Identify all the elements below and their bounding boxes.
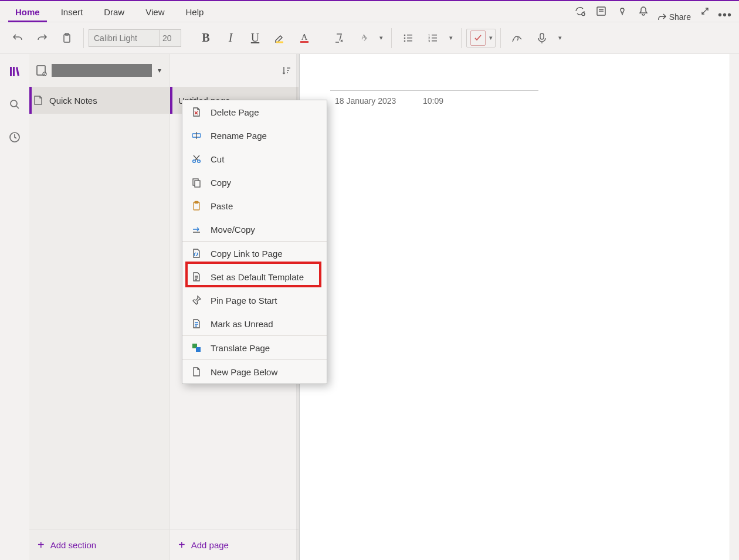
svg-rect-10 [407,35,412,36]
svg-rect-32 [196,347,201,352]
fullscreen-icon[interactable] [694,1,716,22]
svg-rect-17 [432,38,437,39]
svg-point-25 [193,160,196,163]
bullet-list-button[interactable] [396,26,420,50]
font-color-button[interactable]: A [293,26,316,50]
delete-page-icon [191,106,202,118]
font-picker[interactable] [89,29,181,47]
cm-set-default-template[interactable]: Set as Default Template [182,265,327,289]
clipboard-button[interactable] [55,26,79,50]
app-body: ▾ Quick Notes + Add section Untitled pag… [0,54,739,560]
cm-delete-page[interactable]: Delete Page [182,100,327,124]
chevron-down-icon: ▾ [155,66,164,74]
search-button[interactable] [4,94,25,115]
cm-paste[interactable]: Paste [182,194,327,218]
toolbar-separator [461,28,462,48]
font-name-input[interactable] [89,30,160,46]
cm-label: New Page Below [211,367,277,377]
undo-button[interactable] [6,26,29,50]
feed-icon[interactable] [591,1,612,22]
cm-label: Set as Default Template [211,272,304,282]
rename-icon [191,130,202,141]
cm-label: Paste [211,201,233,211]
add-page-button[interactable]: + Add page [170,530,299,560]
numbered-list-button[interactable]: 123 [421,26,445,50]
bold-button[interactable]: B [194,26,218,50]
todo-tag-button[interactable]: ▾ [466,29,496,47]
cm-copy-link[interactable]: Copy Link to Page [182,242,327,265]
format-painter-button[interactable]: A [351,26,375,50]
svg-rect-12 [407,40,412,42]
svg-point-26 [198,160,201,163]
font-group-expand[interactable]: ▾ [376,34,387,42]
page-date: 18 January 2023 [335,96,396,106]
ribbon-tabs: Home Insert Draw View Help Share ••• [0,1,739,22]
cm-mark-unread[interactable]: Mark as Unread [182,312,327,335]
ink-to-text-button[interactable] [506,26,529,50]
toolbar-separator [83,28,84,48]
share-icon [657,12,667,22]
notebooks-button[interactable] [4,61,25,82]
svg-rect-2 [64,35,70,42]
cm-copy[interactable]: Copy [182,171,327,194]
ribbon-tab-view[interactable]: View [135,4,175,22]
cm-cut[interactable]: Cut [182,147,327,171]
vertical-scrollbar[interactable] [730,54,739,560]
svg-point-7 [404,34,406,36]
pages-header [170,54,299,87]
cm-label: Rename Page [211,131,267,141]
cm-new-page-below[interactable]: New Page Below [182,360,327,383]
voice-group-expand[interactable]: ▾ [555,34,565,42]
notifications-icon[interactable] [633,1,654,22]
svg-point-9 [404,40,406,42]
checkbox-icon [470,30,486,46]
ribbon-tab-draw[interactable]: Draw [93,4,135,22]
toolbar-separator [500,28,501,48]
cm-label: Delete Page [211,107,259,117]
ribbon-tab-home[interactable]: Home [5,4,50,22]
page-title-underline [330,90,538,91]
cm-rename-page[interactable]: Rename Page [182,124,327,147]
ribbon-tab-insert[interactable]: Insert [50,4,94,22]
section-item[interactable]: Quick Notes [29,87,170,114]
paste-icon [191,200,202,212]
cm-translate[interactable]: Translate Page [182,336,327,359]
page-canvas[interactable]: 18 January 2023 10:09 [299,54,739,560]
cm-label: Copy Link to Page [211,249,283,259]
add-page-label: Add page [191,540,229,550]
unread-icon [191,318,202,330]
add-section-button[interactable]: + Add section [29,530,170,560]
paragraph-group-expand[interactable]: ▾ [446,34,456,42]
notebook-icon [35,64,48,77]
sort-icon[interactable] [281,65,291,76]
dictate-button[interactable] [530,26,554,50]
underline-button[interactable]: U [243,26,267,50]
sync-status-icon[interactable] [569,1,591,22]
svg-rect-18 [432,40,437,42]
svg-rect-28 [195,181,200,187]
nav-rail [0,54,29,560]
highlight-button[interactable] [268,26,291,50]
more-options-icon[interactable]: ••• [716,8,734,22]
svg-rect-19 [540,33,544,39]
recent-button[interactable] [4,127,25,148]
redo-button[interactable] [30,26,54,50]
lightbulb-icon[interactable] [612,1,633,22]
plus-icon: + [38,538,45,552]
share-label: Share [669,12,691,22]
ribbon-tab-help[interactable]: Help [175,4,214,22]
cm-move-copy[interactable]: Move/Copy [182,218,327,241]
italic-button[interactable]: I [219,26,242,50]
copy-icon [191,177,202,188]
cm-pin-to-start[interactable]: Pin Page to Start [182,289,327,312]
page-time: 10:09 [423,96,443,106]
notebook-header[interactable]: ▾ [29,54,170,87]
toolbar-separator [391,28,392,48]
font-size-input[interactable] [160,30,181,46]
svg-point-0 [582,13,585,16]
svg-point-8 [404,37,406,39]
share-button[interactable]: Share [654,12,694,22]
svg-rect-16 [432,35,437,36]
svg-rect-11 [407,38,412,39]
clear-formatting-button[interactable] [327,26,350,50]
